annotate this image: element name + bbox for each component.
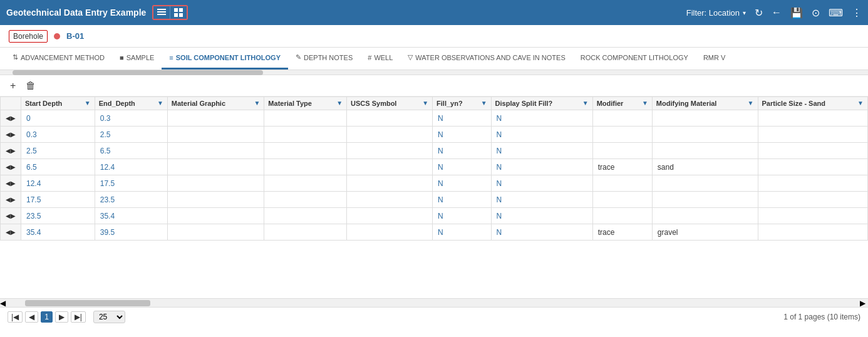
table-row[interactable]: ◀▶12.417.5NN [1,175,868,192]
borehole-id[interactable]: B-01 [66,31,84,41]
cell-display_split_fill-4[interactable]: N [491,175,592,192]
cell-fill_yn-4[interactable]: N [433,175,492,192]
keyboard-icon[interactable]: ⌨ [829,7,843,19]
col-header-material_graphic[interactable]: Material Graphic▼ [167,97,264,110]
filter-icon-material_graphic[interactable]: ▼ [254,100,260,106]
cell-material_type-4[interactable] [264,175,347,192]
tabs-scrollbar-track[interactable] [0,70,868,75]
page-1-button[interactable]: 1 [41,311,53,323]
col-header-fill_yn[interactable]: Fill_yn?▼ [433,97,492,110]
cell-modifier-7[interactable]: trace [592,224,652,241]
cell-modifying_material-4[interactable] [652,175,758,192]
col-header-particle_size[interactable]: Particle Size - Sand▼ [758,97,867,110]
cell-modifier-5[interactable] [592,192,652,208]
row-nav-5[interactable]: ◀▶ [1,192,21,208]
cell-particle_size-5[interactable] [758,192,867,208]
cell-modifying_material-2[interactable] [652,143,758,159]
cell-particle_size-1[interactable] [758,127,867,143]
table-row[interactable]: ◀▶00.3NN [1,110,868,127]
cell-display_split_fill-3[interactable]: N [491,159,592,175]
col-header-material_type[interactable]: Material Type▼ [264,97,347,110]
col-header-modifying_material[interactable]: Modifying Material▼ [652,97,758,110]
cell-end_depth-7[interactable]: 39.5 [95,224,167,241]
cell-end_depth-2[interactable]: 6.5 [95,143,167,159]
cell-material_type-5[interactable] [264,192,347,208]
filter-icon-end_depth[interactable]: ▼ [157,100,163,106]
cell-display_split_fill-0[interactable]: N [491,110,592,127]
cell-end_depth-6[interactable]: 35.4 [95,208,167,224]
table-row[interactable]: ◀▶2.56.5NN [1,143,868,159]
cell-start_depth-0[interactable]: 0 [21,110,95,127]
filter-icon-particle_size[interactable]: ▼ [857,100,864,106]
row-nav-0[interactable]: ◀▶ [1,110,21,127]
table-row[interactable]: ◀▶17.523.5NN [1,192,868,208]
cell-material_graphic-7[interactable] [167,224,264,241]
cell-material_graphic-0[interactable] [167,110,264,127]
row-nav-7[interactable]: ◀▶ [1,224,21,241]
table-row[interactable]: ◀▶35.439.5NNtracegravel [1,224,868,241]
col-header-end_depth[interactable]: End_Depth▼ [95,97,167,110]
cell-material_type-6[interactable] [264,208,347,224]
row-nav-6[interactable]: ◀▶ [1,208,21,224]
cell-start_depth-3[interactable]: 6.5 [21,159,95,175]
tab-sample[interactable]: ■SAMPLE [112,48,162,70]
first-page-button[interactable]: |◀ [8,311,23,323]
grid-view-button[interactable] [170,6,187,19]
cell-uscs_symbol-3[interactable] [347,159,433,175]
cell-end_depth-4[interactable]: 17.5 [95,175,167,192]
list-view-button[interactable] [153,6,170,19]
hscroll-right-arrow[interactable]: ▶ [860,299,868,308]
cell-display_split_fill-2[interactable]: N [491,143,592,159]
delete-row-button[interactable]: 🗑 [23,79,38,93]
cell-start_depth-2[interactable]: 2.5 [21,143,95,159]
hscroll-left-arrow[interactable]: ◀ [0,299,13,308]
cell-modifying_material-0[interactable] [652,110,758,127]
cell-start_depth-6[interactable]: 23.5 [21,208,95,224]
last-page-button[interactable]: ▶| [71,311,86,323]
cell-modifier-4[interactable] [592,175,652,192]
cell-fill_yn-1[interactable]: N [433,127,492,143]
prev-page-button[interactable]: ◀ [25,311,38,323]
tab-depth-notes[interactable]: ✎DEPTH NOTES [288,48,360,70]
cell-modifying_material-1[interactable] [652,127,758,143]
table-row[interactable]: ◀▶0.32.5NN [1,127,868,143]
cell-uscs_symbol-1[interactable] [347,127,433,143]
filter-icon-uscs_symbol[interactable]: ▼ [422,100,428,106]
hscroll-thumb[interactable] [25,300,150,306]
more-options-icon[interactable]: ⋮ [852,7,862,19]
tab-advancement[interactable]: ⇅ADVANCEMENT METHOD [5,48,112,70]
save-icon[interactable]: 💾 [790,7,803,19]
cell-uscs_symbol-4[interactable] [347,175,433,192]
cell-uscs_symbol-7[interactable] [347,224,433,241]
table-row[interactable]: ◀▶6.512.4NNtracesand [1,159,868,175]
cell-uscs_symbol-2[interactable] [347,143,433,159]
tab-soil-lithology[interactable]: ≡SOIL COMPONENT LITHOLOGY [162,48,288,70]
filter-icon-modifier[interactable]: ▼ [642,100,648,106]
cell-particle_size-7[interactable] [758,224,867,241]
add-row-button[interactable]: + [8,79,18,93]
cell-particle_size-6[interactable] [758,208,867,224]
cell-end_depth-5[interactable]: 23.5 [95,192,167,208]
cell-modifying_material-7[interactable]: gravel [652,224,758,241]
cell-display_split_fill-7[interactable]: N [491,224,592,241]
cell-material_graphic-4[interactable] [167,175,264,192]
cell-material_type-7[interactable] [264,224,347,241]
col-header-uscs_symbol[interactable]: USCS Symbol▼ [347,97,433,110]
tab-well[interactable]: #WELL [360,48,400,70]
filter-icon-modifying_material[interactable]: ▼ [748,100,754,106]
refresh-icon[interactable]: ↻ [755,7,763,19]
cell-particle_size-2[interactable] [758,143,867,159]
cell-material_graphic-5[interactable] [167,192,264,208]
cell-modifier-0[interactable] [592,110,652,127]
grid-hscroll-track[interactable]: ◀ ▶ [0,298,868,307]
cell-fill_yn-0[interactable]: N [433,110,492,127]
cell-start_depth-1[interactable]: 0.3 [21,127,95,143]
cell-end_depth-3[interactable]: 12.4 [95,159,167,175]
row-nav-2[interactable]: ◀▶ [1,143,21,159]
filter-icon-start_depth[interactable]: ▼ [85,100,91,106]
filter-icon-material_type[interactable]: ▼ [336,100,343,106]
cell-fill_yn-6[interactable]: N [433,208,492,224]
cell-end_depth-1[interactable]: 2.5 [95,127,167,143]
tab-water-obs[interactable]: ▽WATER OBSERVATIONS AND CAVE IN NOTES [400,48,572,70]
cell-display_split_fill-1[interactable]: N [491,127,592,143]
